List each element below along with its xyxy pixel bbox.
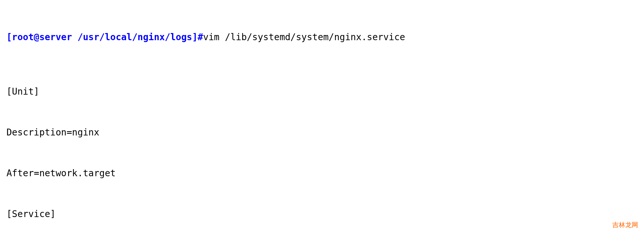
watermark-text: 吉林龙网 bbox=[612, 220, 638, 230]
file-line-description: Description=nginx bbox=[6, 126, 638, 139]
file-line-after: After=network.target bbox=[6, 167, 638, 180]
terminal-output: [root@server /usr/local/nginx/logs]#vim … bbox=[6, 3, 638, 242]
file-line-unit-header: [Unit] bbox=[6, 85, 638, 98]
file-line-service-header: [Service] bbox=[6, 207, 638, 221]
typed-command: vim /lib/systemd/system/nginx.service bbox=[203, 32, 405, 42]
shell-prompt: [root@server /usr/local/nginx/logs]# bbox=[6, 32, 203, 42]
command-line[interactable]: [root@server /usr/local/nginx/logs]#vim … bbox=[6, 30, 638, 44]
